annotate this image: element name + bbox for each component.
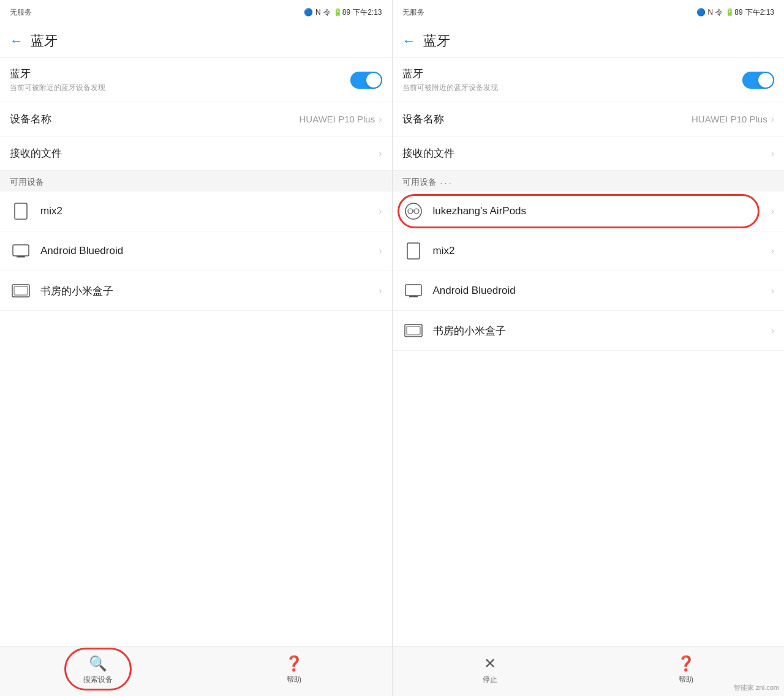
device-icon-mibox-right xyxy=(402,320,424,342)
device-name-mix2-right: mix2 xyxy=(433,245,771,257)
device-name-value-right: HUAWEI P10 Plus › xyxy=(692,114,774,125)
stop-button-right[interactable]: ✕ 停止 xyxy=(393,651,589,689)
device-name-mibox-right: 书房的小米盒子 xyxy=(433,324,771,338)
device-mibox-right[interactable]: 书房的小米盒子 › xyxy=(393,311,785,351)
wifi-icon-left: 令 xyxy=(323,7,331,18)
stop-label-right: 停止 xyxy=(483,675,497,685)
device-name-value-left: HUAWEI P10 Plus › xyxy=(300,114,382,125)
svg-rect-15 xyxy=(407,326,420,335)
svg-point-7 xyxy=(408,209,413,214)
bluetooth-sublabel-left: 当前可被附近的蓝牙设备发现 xyxy=(10,83,105,93)
bottom-bar-left: 🔍 搜索设备 ❓ 帮助 xyxy=(0,646,392,696)
chevron-files-left: › xyxy=(379,148,382,159)
bluetooth-toggle-section-left: 蓝牙 当前可被附近的蓝牙设备发现 xyxy=(0,58,392,102)
received-files-item-right[interactable]: 接收的文件 › xyxy=(393,137,785,171)
chevron-mix2-right: › xyxy=(771,245,774,256)
battery-icon-left: 🔋89 xyxy=(333,8,350,17)
time-right: 下午2:13 xyxy=(745,7,774,18)
chevron-mibox-left: › xyxy=(379,285,382,296)
device-icon-bluedroid-left xyxy=(10,240,32,262)
device-name-mibox-left: 书房的小米盒子 xyxy=(40,284,379,298)
svg-rect-5 xyxy=(14,286,28,295)
bluetooth-label-right: 蓝牙 xyxy=(402,67,498,81)
search-icon: 🔍 xyxy=(89,655,107,672)
device-mix2-right[interactable]: mix2 › xyxy=(393,231,785,271)
right-panel: 无服务 🔵 N 令 🔋89 下午2:13 ← 蓝牙 蓝牙 当前可被附近的蓝牙设备… xyxy=(392,0,785,696)
back-button-left[interactable]: ← xyxy=(10,33,23,49)
chevron-mibox-right: › xyxy=(771,325,774,336)
available-devices-title-right: 可用设备 xyxy=(402,177,437,188)
device-airpods-right[interactable]: lukezhang's AirPods › xyxy=(393,192,785,231)
chevron-device-name-right: › xyxy=(771,114,774,125)
help-label-left: 帮助 xyxy=(287,675,301,685)
device-icon-mibox-left xyxy=(10,280,32,302)
device-icon-mix2-right xyxy=(402,240,424,262)
status-right-left: 🔵 N 令 🔋89 下午2:13 xyxy=(304,7,382,18)
device-mibox-left[interactable]: 书房的小米盒子 › xyxy=(0,271,392,311)
back-button-right[interactable]: ← xyxy=(402,33,416,49)
bluetooth-toggle-right[interactable] xyxy=(742,72,774,89)
device-mix2-left[interactable]: mix2 › xyxy=(0,192,392,231)
available-devices-header-right: 可用设备 · · · xyxy=(393,171,785,192)
nfc-icon-left: N xyxy=(315,8,321,17)
device-bluedroid-right[interactable]: Android Bluedroid › xyxy=(393,271,785,311)
search-device-label: 搜索设备 xyxy=(83,675,113,685)
help-icon-right: ❓ xyxy=(677,655,695,672)
search-device-button[interactable]: 🔍 搜索设备 xyxy=(0,651,196,689)
device-icon-airpods-right xyxy=(402,200,424,222)
device-name-label-left: 设备名称 xyxy=(10,112,51,126)
received-files-item-left[interactable]: 接收的文件 › xyxy=(0,137,392,171)
chevron-airpods-right: › xyxy=(771,206,774,217)
received-files-label-left: 接收的文件 xyxy=(10,146,62,160)
device-name-item-right[interactable]: 设备名称 HUAWEI P10 Plus › xyxy=(393,102,785,137)
svg-rect-11 xyxy=(405,285,421,296)
chevron-mix2-left: › xyxy=(379,206,382,217)
status-no-service-left: 无服务 xyxy=(10,7,32,18)
header-right: ← 蓝牙 xyxy=(393,24,785,58)
available-devices-title-left: 可用设备 xyxy=(10,177,44,188)
bluetooth-toggle-left[interactable] xyxy=(350,72,382,89)
scanning-indicator: · · · xyxy=(440,178,451,187)
stop-icon-right: ✕ xyxy=(484,655,496,672)
bluetooth-info-left: 蓝牙 当前可被附近的蓝牙设备发现 xyxy=(10,67,105,93)
bluetooth-toggle-section-right: 蓝牙 当前可被附近的蓝牙设备发现 xyxy=(393,58,785,102)
nfc-icon-right: N xyxy=(708,8,714,17)
device-icon-bluedroid-right xyxy=(402,280,424,302)
svg-rect-13 xyxy=(409,296,418,297)
device-name-label-right: 设备名称 xyxy=(402,112,444,126)
svg-rect-0 xyxy=(15,203,27,219)
device-name-bluedroid-right: Android Bluedroid xyxy=(433,285,771,297)
time-left: 下午2:13 xyxy=(353,7,382,18)
device-name-bluedroid-left: Android Bluedroid xyxy=(40,245,379,257)
chevron-bluedroid-right: › xyxy=(771,285,774,296)
svg-point-8 xyxy=(414,209,419,214)
status-bar-right: 无服务 🔵 N 令 🔋89 下午2:13 xyxy=(393,0,785,24)
status-right-right: 🔵 N 令 🔋89 下午2:13 xyxy=(696,7,774,18)
bt-icon-left: 🔵 xyxy=(304,8,313,17)
page-title-right: 蓝牙 xyxy=(423,32,450,50)
device-name-mix2-left: mix2 xyxy=(40,205,379,217)
svg-rect-1 xyxy=(13,245,29,256)
chevron-bluedroid-left: › xyxy=(379,245,382,256)
available-devices-header-left: 可用设备 xyxy=(0,171,392,192)
received-files-label-right: 接收的文件 xyxy=(402,146,454,160)
device-icon-mix2-left xyxy=(10,200,32,222)
bluetooth-label-left: 蓝牙 xyxy=(10,67,105,81)
device-bluedroid-left[interactable]: Android Bluedroid › xyxy=(0,231,392,271)
device-name-item-left[interactable]: 设备名称 HUAWEI P10 Plus › xyxy=(0,102,392,137)
status-no-service-right: 无服务 xyxy=(402,7,424,18)
help-button-left[interactable]: ❓ 帮助 xyxy=(196,651,392,689)
bottom-bar-right: ✕ 停止 ❓ 帮助 智能家 zni.com xyxy=(393,646,785,696)
bluetooth-sublabel-right: 当前可被附近的蓝牙设备发现 xyxy=(402,83,498,93)
chevron-device-name-left: › xyxy=(379,114,382,125)
page-title-left: 蓝牙 xyxy=(31,32,58,50)
battery-icon-right: 🔋89 xyxy=(725,8,742,17)
help-label-right: 帮助 xyxy=(679,675,693,685)
header-left: ← 蓝牙 xyxy=(0,24,392,58)
status-bar-left: 无服务 🔵 N 令 🔋89 下午2:13 xyxy=(0,0,392,24)
svg-rect-10 xyxy=(407,243,420,259)
device-name-airpods-right: lukezhang's AirPods xyxy=(433,205,771,217)
bt-icon-right: 🔵 xyxy=(696,8,706,17)
help-icon-left: ❓ xyxy=(285,655,303,672)
chevron-files-right: › xyxy=(771,148,774,159)
